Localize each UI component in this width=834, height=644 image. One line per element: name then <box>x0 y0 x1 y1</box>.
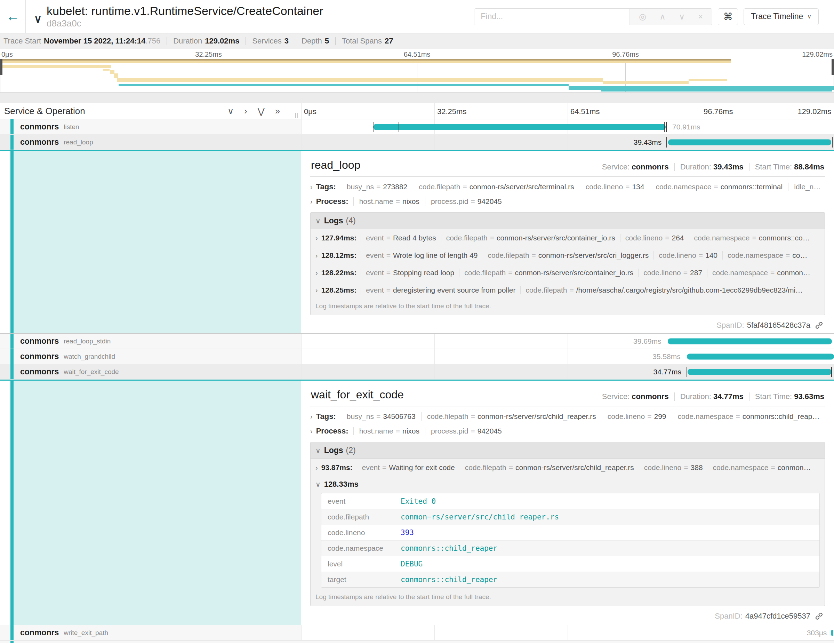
link-icon[interactable] <box>815 321 824 330</box>
collapse-all-icon[interactable]: ⋁ <box>258 107 265 115</box>
span-row-read-loop[interactable]: conmonrs read_loop 39.43ms <box>0 135 834 150</box>
field-value: 264 <box>672 234 684 242</box>
log-row[interactable]: › 128.25ms: event=deregistering event so… <box>310 282 824 299</box>
find-prev-icon[interactable]: ∧ <box>657 12 668 21</box>
locate-icon[interactable]: ◎ <box>637 12 648 21</box>
tags-label: Tags: <box>316 182 336 191</box>
span-markers <box>301 625 834 640</box>
span-timeline-cell[interactable]: 34.77ms <box>301 364 834 379</box>
back-button[interactable]: ← <box>0 0 26 33</box>
expanded-log-header[interactable]: ∨ 128.33ms <box>310 476 824 493</box>
span-duration-bar[interactable] <box>688 369 832 375</box>
span-name-cell[interactable]: conmonrs read_loop <box>0 135 301 150</box>
view-selector-button[interactable]: Trace Timeline ∨ <box>743 8 819 25</box>
field-eq: = <box>508 269 512 277</box>
span-name-cell[interactable]: conmonrs watch_grandchild <box>0 349 301 364</box>
find-clear-icon[interactable]: × <box>696 12 705 21</box>
tags-row[interactable]: › Tags: busy_ns=273882 code.filepath=con… <box>310 182 825 191</box>
span-row-listen[interactable]: conmonrs listen 70.91ms <box>0 119 834 135</box>
span-duration-bar[interactable] <box>668 338 832 344</box>
span-name-cell[interactable]: conmonrs wait_for_exit_code <box>0 364 301 379</box>
tag-value: conmon-rs/server/src/child_reaper.rs <box>477 412 596 421</box>
tag-eq: = <box>396 427 400 435</box>
span-row-write-exit-path[interactable]: conmonrs write_exit_path 303μs <box>0 625 834 641</box>
chevron-right-icon: › <box>310 427 313 435</box>
collapse-one-icon[interactable]: ∨ <box>228 107 234 115</box>
log-row[interactable]: › 128.12ms: event=Wrote log line of leng… <box>310 247 824 264</box>
logs-count: (4) <box>346 216 356 225</box>
service-color-stripe <box>10 625 14 640</box>
divider <box>166 37 167 45</box>
start-time-label: Start Time: <box>755 392 792 401</box>
trace-start-value: November 15 2022, 11:24:14.756 <box>44 37 160 45</box>
process-tag: host.name=nixos <box>353 197 425 205</box>
find-next-icon[interactable]: ∨ <box>677 12 687 21</box>
logs-label: Logs <box>324 216 343 225</box>
span-timeline-cell[interactable]: 39.43ms <box>301 135 834 150</box>
span-name-cell[interactable]: conmonrs listen <box>0 119 301 134</box>
ruler-tick: 64.51ms <box>571 107 600 116</box>
span-duration-bar[interactable] <box>373 124 666 130</box>
span-row-wait-for-exit-code[interactable]: conmonrs wait_for_exit_code 34.77ms <box>0 364 834 380</box>
service-name: conmonrs <box>20 628 59 638</box>
span-name-cell[interactable]: conmonrs read_loop_stdin <box>0 334 301 349</box>
trace-start-date: November 15 2022, 11:24:14 <box>44 37 145 45</box>
tag-key: code.lineno <box>586 183 623 191</box>
span-name-cell[interactable]: conmonrs write_exit_path <box>0 625 301 640</box>
minimap-canvas[interactable] <box>0 59 834 92</box>
tag-eq: = <box>735 412 740 421</box>
span-id-value: 4a947cfd1ce59537 <box>745 612 810 621</box>
span-timeline-cell[interactable]: 70.91ms <box>301 119 834 134</box>
total-spans-label: Total Spans <box>342 37 382 45</box>
link-icon[interactable] <box>815 612 824 621</box>
field-key: target <box>322 576 401 584</box>
field-value: Stopping read loop <box>393 269 454 277</box>
log-row[interactable]: › 93.87ms: event=Waiting for exit code c… <box>310 459 824 476</box>
logs-header[interactable]: ∨ Logs (4) <box>310 213 824 229</box>
gridline <box>208 59 209 92</box>
find-input[interactable] <box>474 9 629 25</box>
log-field: event=Wrote log line of length 49 <box>360 251 482 260</box>
tag-value: 942045 <box>477 427 502 435</box>
tag-value: 34506763 <box>383 412 415 421</box>
field-key: event <box>362 463 380 472</box>
minimap-span-bar <box>0 60 731 63</box>
tag: busy_ns=34506763 <box>341 412 421 421</box>
detail-span-title: wait_for_exit_code <box>311 388 404 401</box>
column-resizer[interactable] <box>295 113 298 118</box>
detail-meta: Service: conmonrs Duration: 34.77ms Star… <box>602 392 824 401</box>
services-label: Services <box>252 37 281 45</box>
span-duration-bar[interactable] <box>687 353 834 359</box>
span-timeline-cell[interactable]: 303μs <box>301 625 834 640</box>
span-duration-bar[interactable] <box>831 630 833 636</box>
process-row[interactable]: › Process: host.name=nixos process.pid=9… <box>310 427 825 435</box>
log-field: code.namespace=conmonrs::co… <box>689 234 815 242</box>
logs-header[interactable]: ∨ Logs (2) <box>310 442 824 459</box>
expand-one-icon[interactable]: › <box>244 107 247 115</box>
span-row-read-loop-stdin[interactable]: conmonrs read_loop_stdin 39.69ms <box>0 334 834 349</box>
process-row[interactable]: › Process: host.name=nixos process.pid=9… <box>310 197 825 206</box>
timeline-ruler: 0μs 32.25ms 64.51ms 96.76ms 129.02ms <box>301 103 834 119</box>
span-row-watch-grandchild[interactable]: conmonrs watch_grandchild 35.58ms <box>0 349 834 364</box>
timeline-column-header: Service & Operation ∨ › ⋁ » 0μs 32.25ms … <box>0 103 834 119</box>
tags-row[interactable]: › Tags: busy_ns=34506763 code.filepath=c… <box>310 412 825 421</box>
span-duration-bar[interactable] <box>668 139 831 145</box>
expand-all-icon[interactable]: » <box>275 107 280 115</box>
trace-summary-bar: Trace Start November 15 2022, 11:24:14.7… <box>0 33 834 49</box>
span-timeline-cell[interactable]: 35.58ms <box>301 349 834 364</box>
tag: code.filepath=conmon-rs/server/src/termi… <box>413 183 579 191</box>
title-collapse-chevron-icon[interactable]: ∨ <box>32 8 44 25</box>
span-timeline-cell[interactable]: 39.69ms <box>301 334 834 349</box>
tag-value: conmonrs::child_reap… <box>742 412 820 421</box>
log-row[interactable]: › 128.22ms: event=Stopping read loop cod… <box>310 264 824 282</box>
log-row[interactable]: › 127.94ms: event=Read 4 bytes code.file… <box>310 229 824 247</box>
span-duration-label: 34.77ms <box>653 368 685 376</box>
keyboard-shortcuts-button[interactable]: ⌘ <box>718 8 738 25</box>
minimap-right-handle[interactable] <box>832 59 834 75</box>
span-detail-wait-for-exit-code: wait_for_exit_code Service: conmonrs Dur… <box>0 380 834 625</box>
detail-meta: Service: conmonrs Duration: 39.43ms Star… <box>602 162 824 172</box>
field-value: 140 <box>705 251 718 260</box>
minimap-left-handle[interactable] <box>0 59 2 75</box>
detail-titlebar: read_loop Service: conmonrs Duration: 39… <box>310 157 825 177</box>
log-note: Log timestamps are relative to the start… <box>310 590 824 606</box>
